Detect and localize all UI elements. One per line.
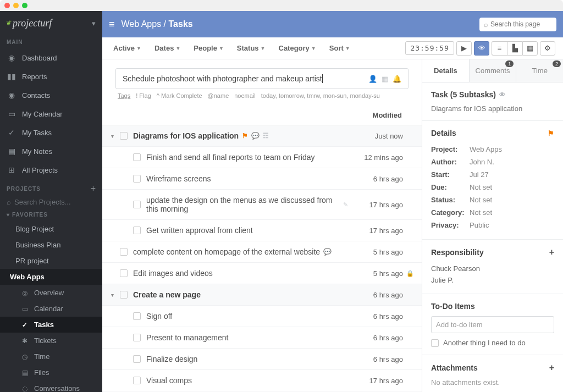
task-row[interactable]: Sign off 6 hrs ago — [102, 306, 422, 327]
add-todo-input[interactable]: Add to-do item — [431, 316, 554, 333]
comment-icon[interactable]: 💬 — [251, 132, 260, 140]
task-checkbox[interactable] — [133, 227, 141, 234]
add-attachment-icon[interactable]: + — [549, 363, 554, 373]
task-row[interactable]: Finish and send all final reports to tea… — [102, 147, 422, 168]
no-attachments-text: No attachments exist. — [431, 378, 554, 387]
add-project-icon[interactable]: + — [91, 184, 96, 194]
flag-icon[interactable]: ⚑ — [242, 132, 248, 140]
edit-icon[interactable]: ✎ — [343, 201, 348, 208]
chevron-icon[interactable]: ▾ — [111, 133, 118, 139]
filter-dates[interactable]: Dates▼ — [151, 41, 184, 55]
project-item-blog-project[interactable]: Blog Project — [0, 221, 102, 237]
task-row[interactable]: complete content on homepage of the exte… — [102, 241, 422, 263]
modified-column-label[interactable]: Modified — [373, 111, 402, 119]
nav-item-all-projects[interactable]: ⊞All Projects — [0, 161, 102, 179]
task-modified: 5 hrs ago — [348, 248, 403, 256]
task-title: Create a new page — [133, 290, 348, 299]
todo-item[interactable]: Another thing I need to do — [431, 339, 554, 347]
filter-active[interactable]: Active▼ — [110, 41, 145, 55]
task-row[interactable]: update the design on the menus as we dis… — [102, 190, 422, 220]
task-checkbox[interactable] — [133, 153, 141, 161]
settings-button[interactable]: ⚙ — [540, 41, 555, 56]
tab-comments[interactable]: Comments1 — [470, 59, 517, 82]
comment-icon[interactable]: 💬 — [323, 248, 332, 256]
date-icon[interactable]: ▦ — [382, 75, 388, 83]
flag-icon[interactable]: ⚑ — [548, 129, 554, 137]
task-row[interactable]: Visual comps 17 hrs ago — [102, 370, 422, 391]
task-checkbox[interactable] — [120, 291, 128, 299]
task-row[interactable]: Wireframe screens 6 hrs ago — [102, 168, 422, 190]
watch-button[interactable]: 👁 — [474, 41, 489, 56]
hint: @name — [208, 92, 229, 99]
sub-icon: ✓ — [22, 321, 30, 329]
task-checkbox[interactable] — [133, 355, 141, 363]
task-row[interactable]: Get written approval from client 17 hrs … — [102, 220, 422, 241]
nav-item-my-notes[interactable]: ▤My Notes — [0, 142, 102, 161]
window-close-dot[interactable] — [4, 3, 10, 8]
nav-item-my-tasks[interactable]: ✓My Tasks — [0, 123, 102, 142]
nav-item-my-calendar[interactable]: ▭My Calendar — [0, 104, 102, 123]
task-checkbox[interactable] — [120, 269, 128, 277]
task-checkbox[interactable] — [120, 132, 128, 140]
assignee-icon[interactable]: 👤 — [368, 75, 377, 83]
field-key: Due: — [431, 183, 470, 191]
task-checkbox[interactable] — [133, 377, 141, 384]
tab-time[interactable]: Time2 — [516, 59, 563, 82]
new-task-box[interactable]: Schedule photoshoot with photographer an… — [115, 68, 409, 89]
search-projects[interactable]: ⌕ Search Projects... — [0, 196, 102, 209]
sub-label: Files — [34, 368, 49, 377]
sub-item-calendar[interactable]: ▭Calendar — [0, 301, 102, 317]
project-item-pr-project[interactable]: PR project — [0, 253, 102, 269]
filter-sort[interactable]: Sort▼ — [326, 41, 354, 55]
add-responsibility-icon[interactable]: + — [549, 247, 554, 257]
timer-play-button[interactable]: ▶ — [456, 41, 472, 56]
caret-down-icon: ▼ — [345, 46, 350, 51]
task-row[interactable]: ▾ Diagrams for IOS application⚑💬☶ Just n… — [102, 125, 422, 147]
filter-status[interactable]: Status▼ — [234, 41, 269, 55]
view-gantt-button[interactable]: ▙ — [507, 41, 522, 56]
view-mode-group: ≡ ▙ ▦ — [492, 41, 538, 56]
subtask-icon[interactable]: ☶ — [263, 132, 269, 140]
nav-icon: ◉ — [7, 91, 16, 100]
task-checkbox[interactable] — [120, 248, 128, 256]
project-item-web-apps[interactable]: Web Apps — [0, 269, 102, 285]
view-list-button[interactable]: ≡ — [492, 41, 507, 56]
sub-item-tickets[interactable]: ✱Tickets — [0, 333, 102, 349]
sub-item-overview[interactable]: ◎Overview — [0, 285, 102, 301]
filter-category[interactable]: Category▼ — [275, 41, 319, 55]
filter-people[interactable]: People▼ — [190, 41, 227, 55]
brand-chevron-icon[interactable]: ▾ — [92, 19, 96, 27]
task-row[interactable]: Finalize design 6 hrs ago — [102, 349, 422, 370]
task-checkbox[interactable] — [133, 334, 141, 341]
eye-icon[interactable]: 👁 — [499, 91, 505, 98]
favorites-header[interactable]: ▾ FAVORITES — [0, 209, 102, 221]
nav-item-contacts[interactable]: ◉Contacts — [0, 86, 102, 104]
search-page-input[interactable] — [490, 20, 552, 28]
projects-header: PROJECTS + — [0, 179, 102, 196]
task-checkbox[interactable] — [133, 312, 141, 320]
todo-checkbox[interactable] — [431, 339, 439, 347]
task-checkbox[interactable] — [133, 201, 141, 208]
search-page[interactable]: ⌕ — [479, 18, 556, 31]
view-calendar-button[interactable]: ▦ — [522, 41, 538, 56]
notify-icon[interactable]: 🔔 — [393, 75, 401, 83]
field-key: Category: — [431, 208, 470, 217]
nav-item-reports[interactable]: ▮▮Reports — [0, 67, 102, 86]
task-checkbox[interactable] — [133, 175, 141, 183]
window-maximize-dot[interactable] — [22, 3, 27, 8]
sub-item-files[interactable]: ▤Files — [0, 365, 102, 380]
nav-item-dashboard[interactable]: ◉Dashboard — [0, 48, 102, 67]
window-title-bar — [0, 0, 563, 11]
sub-item-time[interactable]: ◷Time — [0, 349, 102, 365]
project-item-business-plan[interactable]: Business Plan — [0, 237, 102, 253]
caret-down-icon: ▼ — [175, 46, 180, 51]
task-row[interactable]: Edit images and videos 5 hrs ago 🔒 — [102, 263, 422, 284]
sub-item-conversations[interactable]: ◌Conversations — [0, 380, 102, 392]
sub-item-tasks[interactable]: ✓Tasks — [0, 317, 102, 333]
hamburger-icon[interactable]: ≡ — [109, 19, 115, 30]
tab-details[interactable]: Details — [422, 59, 470, 82]
task-row[interactable]: ▾ Create a new page 6 hrs ago — [102, 284, 422, 306]
window-minimize-dot[interactable] — [13, 3, 19, 8]
chevron-icon[interactable]: ▾ — [111, 292, 118, 298]
task-row[interactable]: Present to management 6 hrs ago — [102, 327, 422, 349]
